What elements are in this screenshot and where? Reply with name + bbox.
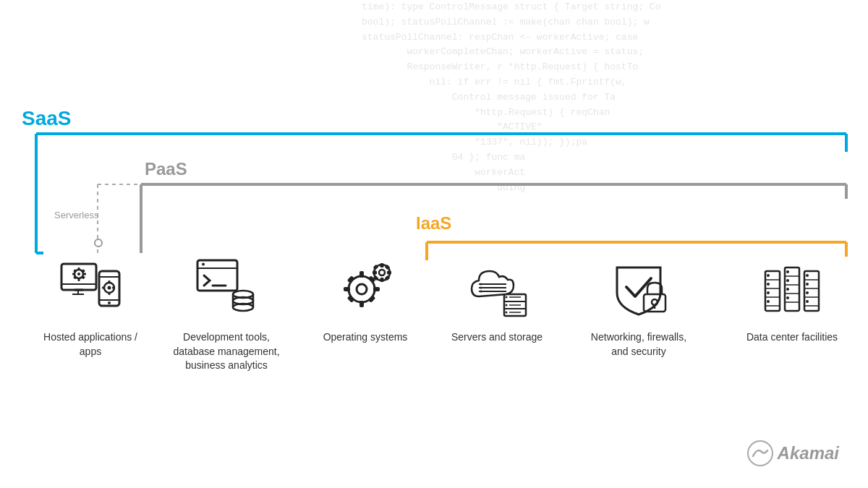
- data-center-label: Data center facilities: [746, 330, 838, 345]
- dev-tools-label: Development tools, database management, …: [172, 330, 281, 373]
- svg-rect-48: [359, 271, 364, 278]
- svg-point-110: [806, 300, 809, 303]
- svg-rect-84: [765, 271, 780, 311]
- svg-rect-23: [73, 269, 77, 273]
- svg-rect-55: [368, 295, 376, 303]
- svg-point-108: [806, 283, 809, 286]
- svg-rect-58: [380, 263, 384, 267]
- svg-point-39: [202, 263, 205, 266]
- svg-rect-60: [373, 271, 377, 275]
- networking-item: Networking, firewalls, and security: [584, 257, 693, 359]
- svg-point-80: [506, 312, 508, 314]
- svg-point-99: [786, 279, 789, 282]
- operating-systems-icon: [333, 257, 398, 322]
- svg-rect-20: [78, 278, 80, 281]
- data-center-item: Data center facilities: [738, 257, 846, 345]
- svg-point-57: [379, 270, 385, 275]
- svg-rect-81: [644, 294, 665, 312]
- svg-point-70: [480, 287, 482, 289]
- svg-point-71: [480, 291, 482, 293]
- svg-rect-61: [387, 271, 391, 275]
- svg-rect-59: [380, 278, 384, 282]
- svg-point-107: [806, 274, 809, 277]
- svg-rect-33: [109, 281, 111, 283]
- svg-point-78: [506, 296, 508, 299]
- servers-storage-item: Servers and storage: [443, 257, 551, 345]
- paas-label: PaaS: [145, 159, 187, 179]
- networking-label: Networking, firewalls, and security: [584, 330, 693, 359]
- svg-rect-52: [347, 275, 355, 283]
- svg-point-89: [767, 274, 770, 277]
- code-background: time): type ControlMessage struct { Targ…: [362, 0, 868, 217]
- operating-systems-label: Operating systems: [323, 330, 408, 345]
- svg-rect-51: [373, 287, 380, 291]
- dev-tools-item: Development tools, database management, …: [172, 257, 281, 373]
- svg-rect-36: [112, 287, 115, 289]
- svg-rect-54: [347, 295, 355, 303]
- svg-point-92: [767, 300, 770, 303]
- hosted-apps-label: Hosted applications / apps: [36, 330, 145, 359]
- data-center-icon: [760, 257, 825, 322]
- akamai-logo-text: Akamai: [778, 443, 839, 463]
- svg-point-69: [480, 283, 482, 286]
- svg-rect-35: [102, 287, 105, 289]
- serverless-dot: [94, 239, 103, 247]
- svg-point-100: [786, 288, 789, 291]
- akamai-logo-icon: [747, 440, 773, 466]
- svg-rect-34: [109, 292, 111, 295]
- akamai-logo: Akamai: [747, 440, 839, 466]
- svg-point-32: [108, 286, 111, 290]
- svg-point-90: [767, 283, 770, 286]
- saas-label: SaaS: [22, 107, 72, 130]
- svg-rect-49: [359, 301, 364, 307]
- servers-storage-icon: [464, 257, 529, 322]
- diagram: time): type ControlMessage struct { Targ…: [0, 0, 868, 488]
- svg-point-98: [786, 270, 789, 273]
- dev-tools-icon: [194, 257, 259, 322]
- operating-systems-item: Operating systems: [311, 257, 420, 345]
- svg-point-30: [108, 301, 111, 304]
- servers-storage-label: Servers and storage: [451, 330, 542, 345]
- bracket-lines: [0, 0, 868, 488]
- svg-point-109: [806, 291, 809, 294]
- svg-rect-22: [83, 273, 86, 275]
- hosted-apps-icon: [58, 257, 123, 322]
- svg-point-82: [652, 299, 658, 305]
- svg-point-18: [77, 273, 80, 275]
- svg-point-111: [748, 441, 773, 466]
- hosted-apps-item: Hosted applications / apps: [36, 257, 145, 359]
- serverless-label: Serverless: [54, 210, 98, 221]
- svg-rect-21: [72, 273, 75, 275]
- svg-point-91: [767, 291, 770, 294]
- svg-rect-50: [344, 287, 350, 291]
- svg-point-79: [506, 304, 508, 307]
- svg-rect-102: [804, 271, 819, 311]
- iaas-label: IaaS: [416, 213, 451, 234]
- networking-icon: [606, 257, 671, 322]
- svg-point-101: [786, 296, 789, 299]
- svg-point-47: [357, 284, 367, 294]
- svg-rect-19: [78, 267, 80, 270]
